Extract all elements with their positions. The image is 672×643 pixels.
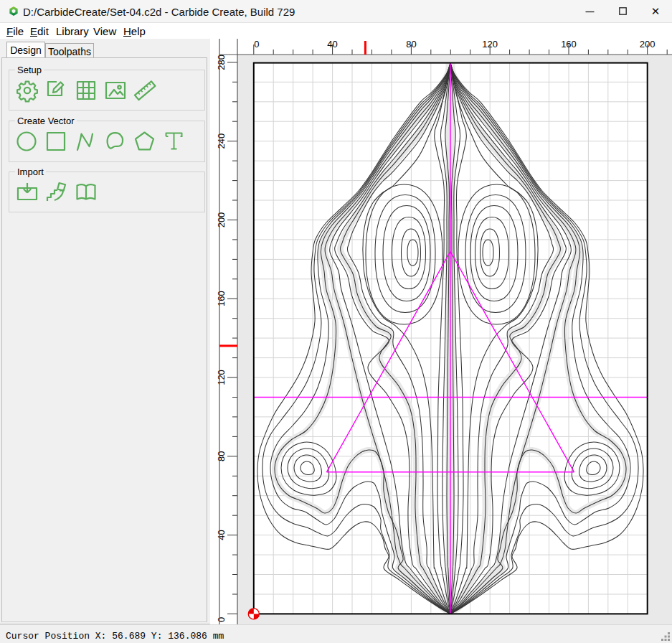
svg-text:160: 160	[216, 291, 227, 306]
svg-text:40: 40	[327, 39, 337, 50]
svg-text:200: 200	[640, 39, 656, 50]
svg-text:120: 120	[482, 39, 498, 50]
svg-text:80: 80	[406, 39, 416, 50]
svg-text:280: 280	[216, 55, 227, 70]
svg-text:40: 40	[216, 530, 227, 540]
svg-text:0: 0	[254, 39, 259, 50]
svg-text:80: 80	[216, 451, 227, 461]
svg-text:240: 240	[216, 133, 227, 149]
svg-text:120: 120	[216, 370, 227, 385]
svg-text:0: 0	[216, 617, 227, 622]
svg-text:160: 160	[561, 39, 577, 50]
svg-text:200: 200	[216, 212, 227, 228]
